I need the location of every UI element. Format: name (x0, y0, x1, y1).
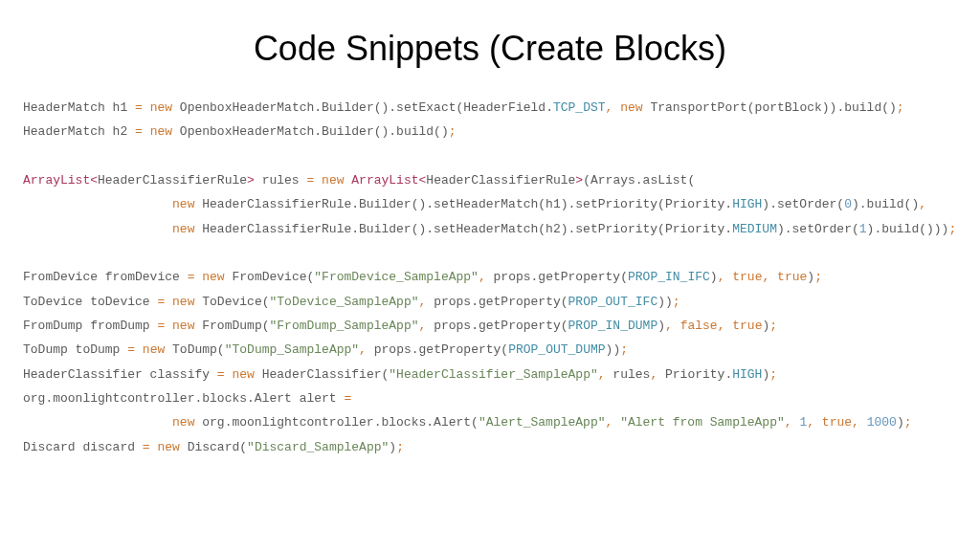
code-line: new org.moonlightcontroller.blocks.Alert… (23, 415, 912, 430)
code-token: PROP_IN_IFC (628, 270, 710, 284)
code-token: = (344, 391, 351, 406)
code-token: ToDevice toDevice (23, 295, 157, 309)
code-token (673, 319, 680, 333)
code-token: true (732, 319, 762, 333)
code-token: FromDump( (194, 319, 269, 333)
code-token (165, 295, 172, 309)
code-token: ; (769, 367, 777, 382)
code-line: ArrayList<HeaderClassifierRule> rules = … (23, 173, 695, 187)
code-token: new (172, 197, 194, 211)
code-token: ; (673, 295, 680, 309)
code-token: OpenboxHeaderMatch.Builder().setExact(He… (172, 100, 553, 115)
code-token: , (479, 270, 486, 284)
code-token: > (247, 173, 255, 187)
code-token: HeaderClassifierRule.Builder().setHeader… (194, 222, 732, 236)
code-token: FromDevice fromDevice (23, 270, 188, 284)
code-token: ) (657, 319, 665, 333)
code-token: new (150, 124, 172, 139)
code-token: new (172, 295, 194, 309)
code-token (23, 415, 172, 430)
code-token: , (785, 415, 792, 430)
code-token (143, 100, 150, 115)
code-token: ).setOrder( (762, 197, 844, 211)
code-token: = (135, 100, 143, 115)
code-token: , (665, 319, 673, 333)
code-token: MEDIUM (732, 222, 777, 236)
code-token: ToDump( (165, 342, 224, 357)
code-token: FromDevice( (225, 270, 315, 284)
code-token: ; (396, 440, 404, 454)
code-token: Priority. (657, 367, 732, 382)
code-token: false (680, 319, 718, 333)
code-token: HeaderMatch h2 (23, 124, 135, 139)
code-token: true (777, 270, 807, 284)
code-token (612, 415, 620, 430)
code-token: ArrayList< (351, 173, 426, 187)
code-line: new HeaderClassifierRule.Builder().setHe… (23, 197, 926, 211)
code-line: FromDevice fromDevice = new FromDevice("… (23, 270, 822, 284)
code-line: new HeaderClassifierRule.Builder().setHe… (23, 222, 956, 236)
code-token (23, 222, 172, 236)
code-token: new (172, 222, 194, 236)
code-token: ; (897, 100, 904, 115)
code-token: org.moonlightcontroller.blocks.Alert( (194, 415, 478, 430)
code-line: HeaderMatch h1 = new OpenboxHeaderMatch.… (23, 100, 904, 115)
code-token: "FromDump_SampleApp" (269, 319, 418, 333)
code-token: = (135, 124, 143, 139)
code-token: ).build())) (867, 222, 949, 236)
code-line: FromDump fromDump = new FromDump("FromDu… (23, 319, 777, 333)
code-token: > (575, 173, 583, 187)
code-token: "Alert from SampleApp" (620, 415, 785, 430)
slide-title: Code Snippets (Create Blocks) (0, 29, 980, 69)
code-token: , (359, 342, 367, 357)
code-token: , (852, 415, 859, 430)
code-token: TransportPort(portBlock)).build() (643, 100, 897, 115)
code-token: props.getProperty( (486, 270, 628, 284)
code-line: org.moonlightcontroller.blocks.Alert ale… (23, 391, 351, 406)
code-token (814, 415, 822, 430)
code-token: HeaderClassifier classify (23, 367, 217, 382)
slide: Code Snippets (Create Blocks) HeaderMatc… (0, 0, 980, 551)
code-token: 0 (844, 197, 852, 211)
code-token: ArrayList< (23, 173, 98, 187)
code-token: PROP_IN_DUMP (568, 319, 658, 333)
code-token: org.moonlightcontroller.blocks.Alert ale… (23, 391, 344, 406)
code-line: Discard discard = new Discard("Discard_S… (23, 440, 404, 454)
code-token: props.getProperty( (426, 319, 568, 333)
code-token (135, 342, 143, 357)
code-token (23, 197, 172, 211)
code-token: HeaderClassifierRule (98, 173, 247, 187)
code-line: ToDump toDump = new ToDump("ToDump_Sampl… (23, 342, 628, 357)
code-token: Discard( (180, 440, 247, 454)
code-token: , (807, 415, 814, 430)
code-token: true (732, 270, 762, 284)
code-token: props.getProperty( (426, 295, 568, 309)
code-token: ).build() (852, 197, 919, 211)
code-token: "Alert_SampleApp" (479, 415, 606, 430)
code-token: = (217, 367, 225, 382)
code-token: ) (710, 270, 718, 284)
code-token: ; (769, 319, 777, 333)
code-token (165, 319, 172, 333)
code-token: rules (606, 367, 651, 382)
code-token: new (172, 319, 194, 333)
code-token: rules (255, 173, 307, 187)
code-token: ToDevice( (194, 295, 269, 309)
code-token (769, 270, 777, 284)
code-token: ) (897, 415, 904, 430)
code-token: TCP_DST (553, 100, 606, 115)
code-token (314, 173, 322, 187)
code-token: HeaderMatch h1 (23, 100, 135, 115)
code-token: ) (389, 440, 396, 454)
code-token: , (919, 197, 926, 211)
code-token (612, 100, 620, 115)
code-token: "HeaderClassifier_SampleApp" (389, 367, 597, 382)
code-token: ToDump toDump (23, 342, 127, 357)
code-token: new (322, 173, 344, 187)
code-token: ).setOrder( (777, 222, 859, 236)
code-token: new (232, 367, 254, 382)
code-token: (Arrays.asList( (583, 173, 695, 187)
code-token: props.getProperty( (367, 342, 508, 357)
code-token: "ToDevice_SampleApp" (269, 295, 418, 309)
code-token: PROP_OUT_DUMP (508, 342, 605, 357)
